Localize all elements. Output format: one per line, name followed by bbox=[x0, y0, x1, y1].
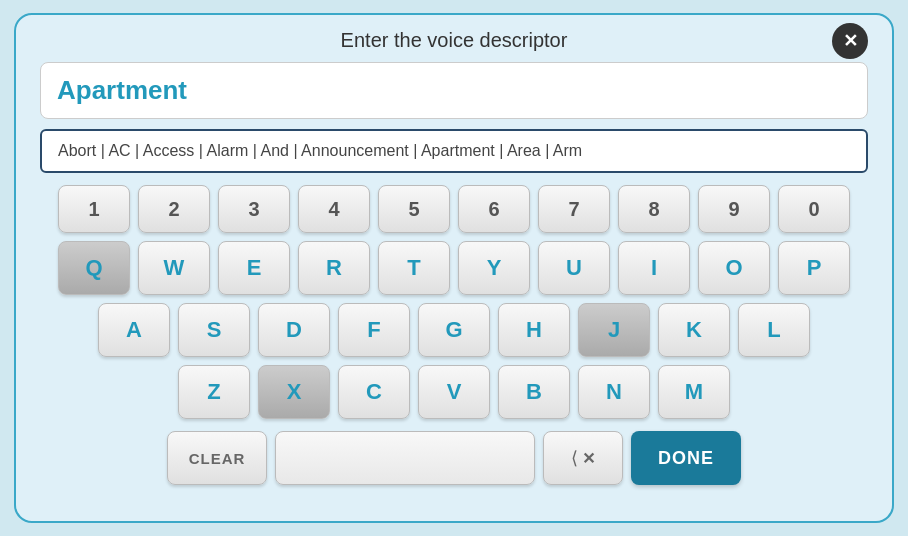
key-3[interactable]: 3 bbox=[218, 185, 290, 233]
key-9[interactable]: 9 bbox=[698, 185, 770, 233]
key-P[interactable]: P bbox=[778, 241, 850, 295]
asdf-row: A S D F G H J K L bbox=[98, 303, 810, 357]
bottom-row: CLEAR ⟨ ✕ DONE bbox=[40, 431, 868, 485]
key-B[interactable]: B bbox=[498, 365, 570, 419]
qwerty-row: Q W E R T Y U I O P bbox=[58, 241, 850, 295]
key-F[interactable]: F bbox=[338, 303, 410, 357]
key-C[interactable]: C bbox=[338, 365, 410, 419]
key-Q[interactable]: Q bbox=[58, 241, 130, 295]
zxcvbnm-row: Z X C V B N M bbox=[178, 365, 730, 419]
key-N[interactable]: N bbox=[578, 365, 650, 419]
key-I[interactable]: I bbox=[618, 241, 690, 295]
key-7[interactable]: 7 bbox=[538, 185, 610, 233]
input-value: Apartment bbox=[57, 75, 187, 106]
key-1[interactable]: 1 bbox=[58, 185, 130, 233]
key-J[interactable]: J bbox=[578, 303, 650, 357]
key-2[interactable]: 2 bbox=[138, 185, 210, 233]
key-5[interactable]: 5 bbox=[378, 185, 450, 233]
key-G[interactable]: G bbox=[418, 303, 490, 357]
clear-button[interactable]: CLEAR bbox=[167, 431, 267, 485]
key-U[interactable]: U bbox=[538, 241, 610, 295]
key-S[interactable]: S bbox=[178, 303, 250, 357]
key-X[interactable]: X bbox=[258, 365, 330, 419]
voice-descriptor-dialog: Enter the voice descriptor ✕ Apartment A… bbox=[14, 13, 894, 523]
key-8[interactable]: 8 bbox=[618, 185, 690, 233]
keyboard: 1 2 3 4 5 6 7 8 9 0 Q W E R T Y U I O P … bbox=[40, 185, 868, 485]
close-button[interactable]: ✕ bbox=[832, 23, 868, 59]
key-D[interactable]: D bbox=[258, 303, 330, 357]
key-T[interactable]: T bbox=[378, 241, 450, 295]
number-row: 1 2 3 4 5 6 7 8 9 0 bbox=[58, 185, 850, 233]
done-button[interactable]: DONE bbox=[631, 431, 741, 485]
text-input-area[interactable]: Apartment bbox=[40, 62, 868, 119]
backspace-icon: ⟨ ✕ bbox=[571, 447, 595, 469]
dialog-header: Enter the voice descriptor ✕ bbox=[40, 15, 868, 62]
key-4[interactable]: 4 bbox=[298, 185, 370, 233]
key-Z[interactable]: Z bbox=[178, 365, 250, 419]
key-E[interactable]: E bbox=[218, 241, 290, 295]
key-O[interactable]: O bbox=[698, 241, 770, 295]
key-W[interactable]: W bbox=[138, 241, 210, 295]
key-A[interactable]: A bbox=[98, 303, 170, 357]
backspace-button[interactable]: ⟨ ✕ bbox=[543, 431, 623, 485]
key-6[interactable]: 6 bbox=[458, 185, 530, 233]
key-R[interactable]: R bbox=[298, 241, 370, 295]
key-M[interactable]: M bbox=[658, 365, 730, 419]
key-H[interactable]: H bbox=[498, 303, 570, 357]
close-icon: ✕ bbox=[843, 32, 858, 50]
space-button[interactable] bbox=[275, 431, 535, 485]
suggestions-area: Abort | AC | Access | Alarm | And | Anno… bbox=[40, 129, 868, 173]
dialog-title: Enter the voice descriptor bbox=[341, 29, 568, 52]
key-Y[interactable]: Y bbox=[458, 241, 530, 295]
key-0[interactable]: 0 bbox=[778, 185, 850, 233]
key-L[interactable]: L bbox=[738, 303, 810, 357]
suggestions-text: Abort | AC | Access | Alarm | And | Anno… bbox=[58, 142, 582, 160]
key-V[interactable]: V bbox=[418, 365, 490, 419]
key-K[interactable]: K bbox=[658, 303, 730, 357]
